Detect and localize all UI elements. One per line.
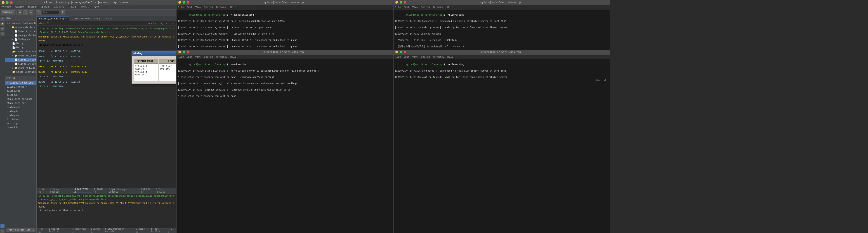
open-file-qthead-h[interactable]: qthead.h xyxy=(5,126,36,130)
toolbar-debug-btn[interactable]: 🐛 xyxy=(23,10,28,15)
term-ws-minimize[interactable] xyxy=(178,51,181,53)
term-taskdist-minimize[interactable] xyxy=(178,1,181,4)
toolbar-app-output[interactable]: 应用程序输出 xyxy=(1,10,15,15)
term-fp2-content[interactable]: mylord@God-of-War:~/Desktops$ ./FilePars… xyxy=(394,59,610,233)
tree-item-dialog-ui[interactable]: 📄 dialog.ui xyxy=(5,45,36,50)
output-tab-app-output[interactable]: 3 应用程序输出 xyxy=(72,189,91,193)
output-tab-search[interactable]: 2 Search Results xyxy=(49,189,72,193)
close-btn[interactable] xyxy=(10,1,13,4)
search-icon[interactable]: 🔍 xyxy=(0,27,4,31)
tab-clientthread-run[interactable]: ClientThread::run() -> void xyxy=(69,16,114,21)
term-fileparsing-close[interactable] xyxy=(404,1,406,4)
toolbar-stop-btn[interactable]: ■ xyxy=(29,10,33,15)
term-fp2-menu-terminal[interactable]: Terminal xyxy=(433,56,445,58)
term-fp2-menu-edit[interactable]: Edit xyxy=(403,56,409,58)
output-tab-summary[interactable]: 6 概要信息 xyxy=(139,189,153,193)
term-fp2-menu-file[interactable]: File xyxy=(395,56,401,58)
menu-analyze[interactable]: Analyze xyxy=(53,5,65,9)
term-ws-menu-view[interactable]: View xyxy=(195,56,201,58)
term-ws-menu-help[interactable]: Help xyxy=(230,56,236,58)
menu-help[interactable]: 帮助(H) xyxy=(93,5,105,9)
tree-item-dialog-h[interactable]: 📄 dialog.h xyxy=(5,41,36,45)
menu-edit[interactable]: 编辑(E) xyxy=(14,5,25,9)
menu-build[interactable]: 构建(B) xyxy=(27,5,38,9)
term-taskdist-menu-view[interactable]: View xyxy=(195,6,201,8)
tree-item-other-loc1[interactable]: 📁 <Other Locations> xyxy=(5,50,36,54)
tree-item-client-thread-h[interactable]: 📄 client_thread.h xyxy=(5,62,36,66)
tab-client-thread-cpp[interactable]: client_thread.cpp ✕ xyxy=(37,16,69,21)
term-fp-menu-file[interactable]: File xyxy=(395,6,401,8)
term-fileparsing-maximize[interactable] xyxy=(400,1,402,4)
open-file-client-h[interactable]: client.h xyxy=(5,93,36,97)
tree-item-dialog-cpp[interactable]: ▶📄 dialog.cpp xyxy=(5,37,36,41)
open-file-client-cpp[interactable]: client.cpp xyxy=(5,89,36,93)
tree-item-home-prog[interactable]: ▼📁 /home/mylord/Prog xyxy=(5,54,36,58)
term-ws-menu-file[interactable]: File xyxy=(178,56,184,58)
tree-item-cmakelists[interactable]: ▼📄 CMakeLists.txt xyxy=(5,29,36,33)
qt-code-area[interactable]: 14:42:26: Starting /home/mylord/Programs… xyxy=(37,26,176,188)
term-taskdist-close[interactable] xyxy=(187,1,189,4)
term-taskdist-menu-terminal[interactable]: Terminal xyxy=(216,6,228,8)
term-ws-menu-edit[interactable]: Edit xyxy=(186,56,192,58)
tab-close-btn[interactable]: ✕ xyxy=(65,18,67,20)
open-file-client-thread-h[interactable]: client_thread.h xyxy=(5,85,36,89)
term-taskdist-menu-file[interactable]: File xyxy=(178,6,184,8)
menu-debug[interactable]: 调试(D) xyxy=(40,5,51,9)
debug-icon[interactable]: 🐛 xyxy=(0,229,4,233)
term-ws-maximize[interactable] xyxy=(183,51,185,53)
project-icon[interactable]: 📁 xyxy=(0,22,4,26)
tree-item-managerplatform3[interactable]: 📄 managerplatform xyxy=(5,33,36,37)
open-file-main-cpp[interactable]: main.cpp xyxy=(5,122,36,126)
open-file-cmakelists[interactable]: CMakeLists.txt xyxy=(5,101,36,105)
term-taskdist-maximize[interactable] xyxy=(183,1,185,4)
term-taskdist-content[interactable]: mylord@God-of-War:~/Desktops$ ./TaskDist… xyxy=(177,9,393,50)
term-workstation-content[interactable]: mylord@God-of-War:~/Desktops$ ./WorkStat… xyxy=(177,59,393,233)
term-taskdist-menu-search[interactable]: Search xyxy=(204,6,213,8)
minimize-btn[interactable] xyxy=(2,1,4,4)
term-fp-menu-help[interactable]: Help xyxy=(447,6,453,8)
filter-input[interactable] xyxy=(41,11,60,15)
menu-file[interactable]: 文件(F) xyxy=(1,5,12,9)
term-fp2-minimize[interactable] xyxy=(395,51,398,53)
open-file-dialog-cpp[interactable]: dialog.cpp xyxy=(5,105,36,109)
menu-widgets[interactable]: 控件(W) xyxy=(80,5,92,9)
toolbar-run-btn[interactable]: ▶ xyxy=(18,10,22,15)
term-taskdist-menu-help[interactable]: Help xyxy=(230,6,236,8)
term-fp2-menu-search[interactable]: Search xyxy=(421,56,430,58)
tree-item-managerplatform[interactable]: ▼⚙ managerplatform [maste xyxy=(5,21,36,25)
term-fp-menu-view[interactable]: View xyxy=(412,6,418,8)
maximize-btn[interactable] xyxy=(6,1,8,4)
tree-item-client-thread-cpp[interactable]: 📄 client_thread.cpp xyxy=(5,58,36,62)
build-icon[interactable]: ⚙ xyxy=(0,32,4,36)
term-fp2-close[interactable] xyxy=(404,51,406,53)
open-file-client-thread-cpp[interactable]: ● client_thread.cpp xyxy=(5,81,36,85)
output-tab-test[interactable]: 8 Test Results xyxy=(154,189,175,193)
open-file-dialog-ui[interactable]: dialog.ui xyxy=(5,113,36,118)
run-icon[interactable]: ▶ xyxy=(0,224,4,228)
term-fileparsing-content[interactable]: mylord@God-of-War:~/Desktops$ ./FilePars… xyxy=(394,9,610,50)
output-tab-problems[interactable]: 1 问题 xyxy=(37,189,48,193)
menu-tools[interactable]: 工具(T) xyxy=(67,5,79,9)
qt-output-content[interactable]: 14:42:26: Starting /home/mylord/Programs… xyxy=(37,194,176,229)
term-fileparsing-minimize[interactable] xyxy=(395,1,398,4)
term-fp2-maximize[interactable] xyxy=(400,51,402,53)
tree-item-managerplatform2[interactable]: ▼📁 managerplatform xyxy=(5,25,36,29)
tree-item-cmake-modules[interactable]: ▶📁 CMake Modules xyxy=(5,66,36,70)
term-fp-menu-edit[interactable]: Edit xyxy=(403,6,409,8)
output-tab-qml[interactable]: 5 QML Debugger Console xyxy=(107,189,138,193)
term-ws-menu-search[interactable]: Search xyxy=(204,56,213,58)
open-file-dialog-h[interactable]: dialog.h xyxy=(5,109,36,113)
toolbar-build-btn[interactable]: 🔨 xyxy=(36,10,41,15)
open-file-git-blame[interactable]: Git Blame xyxy=(5,118,36,122)
term-taskdist-menu-edit[interactable]: Edit xyxy=(186,6,192,8)
sidebar-toggle[interactable]: ≡ xyxy=(0,17,4,21)
toolbar-filter-btn[interactable]: 🔍 xyxy=(61,10,65,15)
term-fp2-menu-help[interactable]: Help xyxy=(447,56,453,58)
dialog-title-bar[interactable]: Dialog ✕ xyxy=(132,51,176,56)
term-fp-menu-terminal[interactable]: Terminal xyxy=(433,6,445,8)
term-ws-menu-terminal[interactable]: Terminal xyxy=(216,56,228,58)
term-fp2-menu-view[interactable]: View xyxy=(412,56,418,58)
open-file-cmakelists-user[interactable]: CMakeLists.txt.user xyxy=(5,97,36,101)
output-tab-compile[interactable]: 4 编译输出 xyxy=(92,189,107,193)
term-fp-menu-search[interactable]: Search xyxy=(421,6,430,8)
